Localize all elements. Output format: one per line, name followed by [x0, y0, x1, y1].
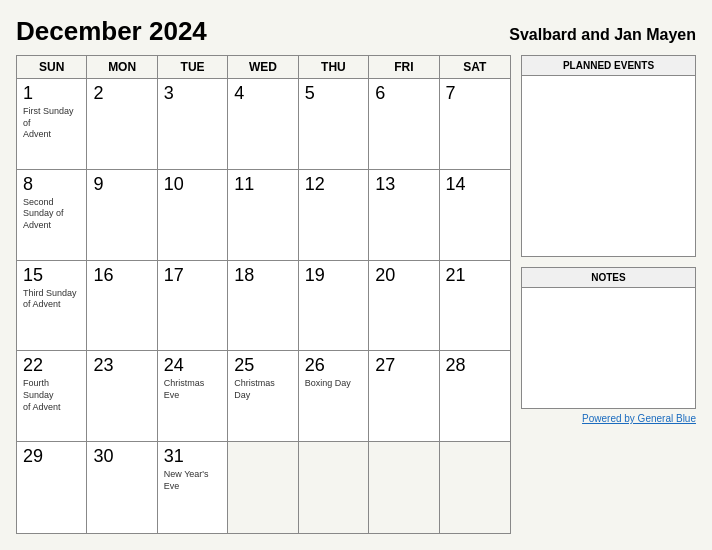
- calendar-cell: 14: [440, 170, 510, 261]
- calendar-grid-container: SUNMONTUEWEDTHUFRISAT 1First Sunday of A…: [16, 55, 511, 534]
- day-number: 15: [23, 265, 80, 286]
- day-number: 13: [375, 174, 432, 195]
- day-header-tue: TUE: [158, 56, 228, 78]
- calendar-cell: 31New Year's Eve: [158, 442, 228, 533]
- calendar-cell: 20: [369, 261, 439, 352]
- event-text: Third Sunday of Advent: [23, 288, 80, 311]
- day-number: 21: [446, 265, 504, 286]
- calendar-cell: 16: [87, 261, 157, 352]
- day-number: 19: [305, 265, 362, 286]
- calendar-cell: 19: [299, 261, 369, 352]
- calendar-cell: 1First Sunday of Advent: [17, 79, 87, 170]
- calendar-title: December 2024: [16, 16, 207, 47]
- calendar-cell: 23: [87, 351, 157, 442]
- day-number: 11: [234, 174, 291, 195]
- day-number: 29: [23, 446, 80, 467]
- calendar-cell: 22Fourth Sunday of Advent: [17, 351, 87, 442]
- calendar-cell: 7: [440, 79, 510, 170]
- day-number: 10: [164, 174, 221, 195]
- event-text: New Year's Eve: [164, 469, 221, 492]
- calendar-cell: 26Boxing Day: [299, 351, 369, 442]
- day-number: 4: [234, 83, 291, 104]
- calendar-cells: 1First Sunday of Advent2345678Second Sun…: [17, 79, 510, 533]
- calendar-cell: [228, 442, 298, 533]
- calendar-cell: 2: [87, 79, 157, 170]
- calendar-cell: 5: [299, 79, 369, 170]
- calendar-cell: 29: [17, 442, 87, 533]
- day-number: 17: [164, 265, 221, 286]
- day-number: 24: [164, 355, 221, 376]
- calendar-cell: 10: [158, 170, 228, 261]
- calendar-cell: 18: [228, 261, 298, 352]
- calendar-cell: [440, 442, 510, 533]
- notes-box: NOTES: [521, 267, 696, 409]
- powered-by-link[interactable]: Powered by General Blue: [582, 413, 696, 424]
- day-number: 9: [93, 174, 150, 195]
- calendar-cell: 30: [87, 442, 157, 533]
- event-text: Christmas Eve: [164, 378, 221, 401]
- day-header-mon: MON: [87, 56, 157, 78]
- event-text: Boxing Day: [305, 378, 362, 390]
- notes-header: NOTES: [522, 268, 695, 288]
- calendar-cell: 9: [87, 170, 157, 261]
- calendar-cell: 13: [369, 170, 439, 261]
- calendar-cell: 25Christmas Day: [228, 351, 298, 442]
- day-header-wed: WED: [228, 56, 298, 78]
- day-number: 22: [23, 355, 80, 376]
- day-number: 31: [164, 446, 221, 467]
- day-number: 14: [446, 174, 504, 195]
- day-header-thu: THU: [299, 56, 369, 78]
- calendar-cell: 28: [440, 351, 510, 442]
- day-header-sat: SAT: [440, 56, 510, 78]
- calendar-cell: 27: [369, 351, 439, 442]
- calendar-cell: 3: [158, 79, 228, 170]
- sidebar: PLANNED EVENTS NOTES Powered by General …: [521, 55, 696, 534]
- day-number: 2: [93, 83, 150, 104]
- day-number: 28: [446, 355, 504, 376]
- day-number: 25: [234, 355, 291, 376]
- calendar-cell: 8Second Sunday of Advent: [17, 170, 87, 261]
- day-header-fri: FRI: [369, 56, 439, 78]
- calendar-cell: [369, 442, 439, 533]
- day-number: 27: [375, 355, 432, 376]
- day-number: 18: [234, 265, 291, 286]
- event-text: First Sunday of Advent: [23, 106, 80, 141]
- notes-content: [522, 288, 695, 408]
- day-number: 20: [375, 265, 432, 286]
- planned-events-box: PLANNED EVENTS: [521, 55, 696, 257]
- day-number: 5: [305, 83, 362, 104]
- day-number: 8: [23, 174, 80, 195]
- day-number: 16: [93, 265, 150, 286]
- calendar-cell: 4: [228, 79, 298, 170]
- day-number: 23: [93, 355, 150, 376]
- calendar-cell: 6: [369, 79, 439, 170]
- main-content: SUNMONTUEWEDTHUFRISAT 1First Sunday of A…: [16, 55, 696, 534]
- day-headers-row: SUNMONTUEWEDTHUFRISAT: [17, 56, 510, 79]
- day-number: 12: [305, 174, 362, 195]
- calendar-cell: 12: [299, 170, 369, 261]
- event-text: Second Sunday of Advent: [23, 197, 80, 232]
- footer: Powered by General Blue: [521, 413, 696, 424]
- calendar-header: December 2024 Svalbard and Jan Mayen: [16, 16, 696, 47]
- calendar-location: Svalbard and Jan Mayen: [509, 26, 696, 44]
- planned-events-header: PLANNED EVENTS: [522, 56, 695, 76]
- calendar-cell: [299, 442, 369, 533]
- event-text: Fourth Sunday of Advent: [23, 378, 80, 413]
- day-number: 26: [305, 355, 362, 376]
- day-number: 30: [93, 446, 150, 467]
- day-number: 6: [375, 83, 432, 104]
- calendar-cell: 15Third Sunday of Advent: [17, 261, 87, 352]
- day-number: 1: [23, 83, 80, 104]
- day-header-sun: SUN: [17, 56, 87, 78]
- day-number: 7: [446, 83, 504, 104]
- calendar-cell: 17: [158, 261, 228, 352]
- calendar-cell: 24Christmas Eve: [158, 351, 228, 442]
- event-text: Christmas Day: [234, 378, 291, 401]
- day-number: 3: [164, 83, 221, 104]
- calendar-cell: 21: [440, 261, 510, 352]
- planned-events-content: [522, 76, 695, 256]
- calendar-cell: 11: [228, 170, 298, 261]
